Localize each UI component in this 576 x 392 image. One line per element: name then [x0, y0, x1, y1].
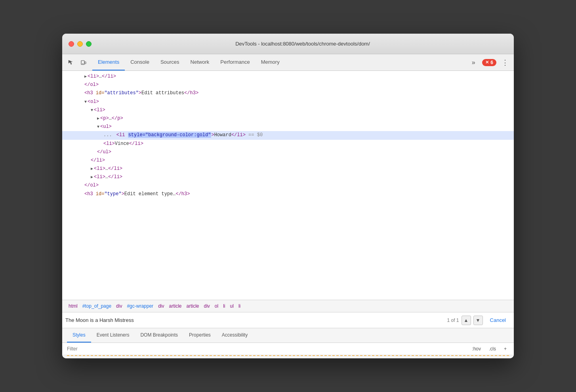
inspect-icon[interactable] — [65, 57, 76, 68]
dom-line[interactable]: <h3 id="attributes">Edit attributes</h3> — [62, 89, 514, 97]
dom-line[interactable]: ▶<li>…</li> — [62, 173, 514, 181]
bottom-panel: Styles Event Listeners DOM Breakpoints P… — [62, 328, 514, 358]
ellipsis: ... — [103, 132, 112, 138]
dom-line[interactable]: ▶<p>…</p> — [62, 114, 514, 123]
more-tabs-button[interactable]: » — [468, 57, 479, 68]
hov-button[interactable]: :hov — [469, 345, 483, 352]
error-badge[interactable]: ✕ 6 — [482, 59, 496, 66]
tab-items: Elements Console Sources Network Perform… — [92, 54, 466, 70]
tab-properties[interactable]: Properties — [183, 328, 216, 343]
window-title: DevTools - localhost:8080/web/tools/chro… — [98, 41, 507, 47]
triangle-icon: ▶ — [97, 116, 99, 121]
triangle-icon: ▶ — [84, 74, 87, 79]
triangle-icon: ▼ — [91, 108, 93, 112]
error-count: 6 — [490, 60, 493, 65]
dom-line[interactable]: <li>Vince</li> — [62, 140, 514, 148]
title-bar: DevTools - localhost:8080/web/tools/chro… — [62, 34, 514, 54]
breadcrumb-gc-wrapper[interactable]: #gc-wrapper — [125, 303, 155, 310]
add-style-button[interactable]: + — [502, 345, 509, 352]
devtools-window: DevTools - localhost:8080/web/tools/chro… — [62, 34, 514, 358]
dom-panel[interactable]: ▶<li>…</li> </ol> <h3 id="attributes">Ed… — [62, 71, 514, 300]
tab-dom-breakpoints[interactable]: DOM Breakpoints — [135, 328, 183, 343]
tab-network[interactable]: Network — [185, 54, 215, 70]
dom-line[interactable]: </li> — [62, 156, 514, 165]
triangle-icon: ▶ — [91, 167, 93, 171]
tab-bar-tools — [65, 54, 89, 70]
dom-line[interactable]: ▼<ol> — [62, 98, 514, 106]
filter-bar: :hov .cls + — [62, 343, 514, 355]
error-icon: ✕ — [485, 60, 489, 65]
breadcrumb-li-1[interactable]: li — [221, 303, 227, 310]
search-next-button[interactable]: ▼ — [473, 316, 483, 325]
tab-console[interactable]: Console — [125, 54, 155, 70]
tab-bar-right: » ✕ 6 ⋮ — [468, 54, 511, 70]
tab-event-listeners[interactable]: Event Listeners — [91, 328, 135, 343]
device-icon[interactable] — [78, 57, 89, 68]
tab-sources[interactable]: Sources — [155, 54, 185, 70]
breadcrumb-li-2[interactable]: li — [237, 303, 242, 310]
dom-line[interactable]: ▶<li>…</li> — [62, 72, 514, 81]
dom-line[interactable]: ▼<li> — [62, 106, 514, 114]
tab-styles[interactable]: Styles — [67, 328, 91, 343]
dom-line-selected[interactable]: ... <li style="background-color:gold">Ho… — [62, 131, 514, 139]
bottom-tab-bar: Styles Event Listeners DOM Breakpoints P… — [62, 328, 514, 343]
triangle-icon: ▼ — [97, 125, 99, 129]
cls-button[interactable]: .cls — [486, 345, 498, 352]
search-bar: 1 of 1 ▲ ▼ Cancel — [62, 312, 514, 328]
dom-line[interactable]: </ol> — [62, 181, 514, 190]
triangle-icon: ▼ — [84, 100, 87, 104]
filter-actions: :hov .cls + — [469, 345, 509, 352]
search-input[interactable] — [65, 317, 445, 323]
dashed-indicator — [67, 355, 509, 356]
breadcrumb: html #top_of_page div #gc-wrapper div ar… — [62, 300, 514, 312]
dom-line[interactable]: </ol> — [62, 81, 514, 89]
triangle-icon: ▶ — [91, 175, 93, 179]
maximize-button[interactable] — [86, 41, 92, 47]
dom-line[interactable]: </ul> — [62, 148, 514, 156]
svg-rect-1 — [85, 62, 86, 64]
search-count: 1 of 1 — [447, 318, 459, 323]
traffic-lights — [69, 41, 92, 47]
close-button[interactable] — [69, 41, 74, 47]
tab-accessibility[interactable]: Accessibility — [216, 328, 253, 343]
search-cancel-button[interactable]: Cancel — [485, 316, 511, 325]
breadcrumb-div-2[interactable]: div — [156, 303, 166, 310]
tab-performance[interactable]: Performance — [215, 54, 255, 70]
breadcrumb-html[interactable]: html — [67, 303, 79, 310]
dom-line[interactable]: ▶<li>…</li> — [62, 165, 514, 173]
tab-bar: Elements Console Sources Network Perform… — [62, 54, 514, 71]
breadcrumb-div-1[interactable]: div — [114, 303, 124, 310]
dom-line[interactable]: ▼<ul> — [62, 123, 514, 131]
breadcrumb-top-of-page[interactable]: #top_of_page — [81, 303, 113, 310]
breadcrumb-ol[interactable]: ol — [213, 303, 220, 310]
devtools-menu-button[interactable]: ⋮ — [500, 57, 511, 68]
dom-line[interactable]: <h3 id="type">Edit element type…</h3> — [62, 190, 514, 198]
breadcrumb-article-1[interactable]: article — [167, 303, 183, 310]
search-prev-button[interactable]: ▲ — [462, 316, 471, 325]
tab-memory[interactable]: Memory — [256, 54, 285, 70]
filter-input[interactable] — [67, 346, 466, 352]
tab-elements[interactable]: Elements — [92, 54, 125, 70]
breadcrumb-ul[interactable]: ul — [229, 303, 235, 310]
breadcrumb-div-3[interactable]: div — [202, 303, 212, 310]
minimize-button[interactable] — [77, 41, 83, 47]
breadcrumb-article-2[interactable]: article — [185, 303, 200, 310]
